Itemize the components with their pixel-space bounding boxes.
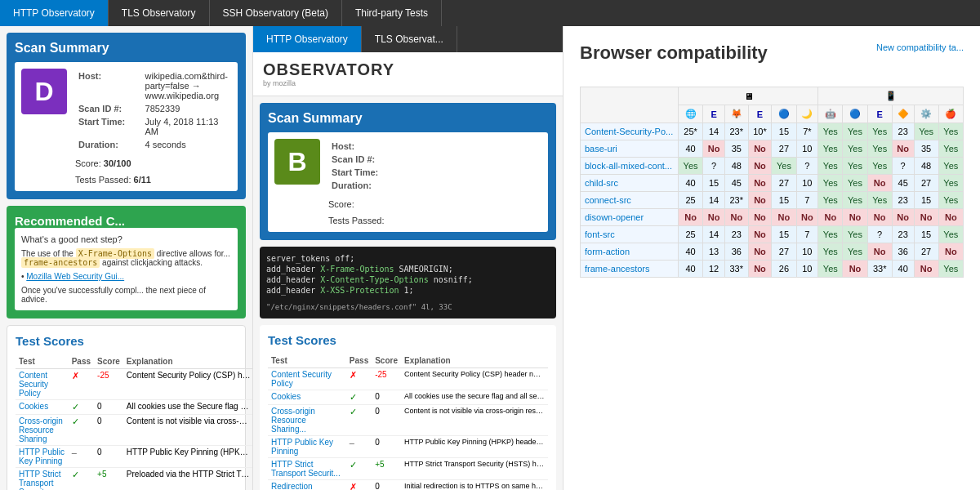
test-name[interactable]: Cookies <box>268 390 346 405</box>
compat-cell: 10 <box>796 175 818 192</box>
compat-cell: No <box>867 243 892 261</box>
desktop-icon: 🖥 <box>744 91 753 101</box>
test-name[interactable]: Content Security Policy <box>268 368 346 390</box>
browser-chrome-m: 🔵 <box>843 105 867 123</box>
feature-label[interactable]: disown-opener <box>581 209 679 226</box>
test-pass: ✓ <box>346 405 372 436</box>
compat-cell: 15 <box>772 226 796 243</box>
test-name[interactable]: HTTP Strict Transport Securit... <box>268 458 346 480</box>
compat-cell: Yes <box>818 243 843 261</box>
mid-col-score: Score <box>372 354 401 368</box>
test-name[interactable]: HTTP Strict Transport Security <box>16 468 69 491</box>
test-explanation: Preloaded via the HTTP Strict Transport … <box>123 468 253 491</box>
security-guide-link[interactable]: Mozilla Web Security Gui... <box>26 272 124 281</box>
mid-tests-row: Tests Passed: <box>328 216 541 225</box>
compat-row: block-all-mixed-cont...Yes?48NoYes?YesYe… <box>581 158 964 175</box>
mid-test-scores: Test Scores Test Pass Score Explanation … <box>260 325 556 490</box>
test-pass: ✗ <box>346 480 372 491</box>
compat-cell: No <box>748 192 772 209</box>
test-explanation: Content Security Policy (CSP) header not… <box>123 369 253 400</box>
right-panel: Browser compatibility New compatibility … <box>564 26 980 490</box>
mid-host-value <box>397 140 540 152</box>
mid-scanid-label: Scan ID #: <box>330 154 395 165</box>
compat-cell: 7* <box>796 123 818 140</box>
compat-cell: Yes <box>843 175 867 192</box>
compat-cell: 10 <box>796 261 818 278</box>
recommended-title: Recommended C... <box>15 214 238 228</box>
tab-ssh-observatory[interactable]: SSH Observatory (Beta) <box>210 0 342 26</box>
table-row: Cross-origin Resource Sharing... ✓ 0 Con… <box>268 405 548 436</box>
test-score: +5 <box>94 468 123 491</box>
browser-opera: 🔵 <box>772 105 796 123</box>
test-name[interactable]: Cookies <box>16 400 69 415</box>
feature-label[interactable]: frame-ancestors <box>581 261 679 278</box>
recommended-card: Recommended C... What's a good next step… <box>7 206 246 318</box>
term-file: "/etc/nginx/snippets/headers.conf" 4l, 3… <box>266 302 550 312</box>
browser-safari: 🌙 <box>796 105 818 123</box>
feature-label[interactable]: connect-src <box>581 192 679 209</box>
test-name[interactable]: Cross-origin Resource Sharing... <box>268 405 346 436</box>
compat-cell: 7 <box>796 226 818 243</box>
compat-cell: 27 <box>772 140 796 158</box>
test-name[interactable]: Cross-origin Resource Sharing <box>16 415 69 446</box>
mid-scan-title: Scan Summary <box>268 111 548 126</box>
compat-cell: No <box>892 209 914 226</box>
observatory-subtitle: by mozilla <box>263 79 394 87</box>
test-explanation: Initial redirection is to HTTPS on same … <box>401 480 548 491</box>
feature-header <box>581 87 679 123</box>
left-panel: Scan Summary D Host: wikipedia.com&third… <box>0 26 253 490</box>
test-name[interactable]: HTTP Public Key Pinning <box>16 446 69 468</box>
compat-cell: No <box>938 243 963 261</box>
duration-label: Duration: <box>77 139 142 150</box>
compat-cell: No <box>748 243 772 261</box>
test-name[interactable]: Redirection <box>268 480 346 491</box>
recommended-link[interactable]: • Mozilla Web Security Gui... <box>21 272 231 281</box>
compat-cell: No <box>914 209 938 226</box>
feature-label[interactable]: form-action <box>581 243 679 261</box>
compat-cell: No <box>938 209 963 226</box>
test-scores-table: Test Pass Score Explanation Content Secu… <box>16 354 253 490</box>
term-highlight-1: X-Frame-Options <box>320 265 394 274</box>
tab-http-observatory[interactable]: HTTP Observatory <box>0 0 109 26</box>
scan-summary-card: Scan Summary D Host: wikipedia.com&third… <box>7 33 246 199</box>
test-pass: ✗ <box>346 368 372 390</box>
browser-edge: E <box>703 105 725 123</box>
compat-subtitle[interactable]: New compatibility ta... <box>876 42 964 52</box>
test-pass: ✓ <box>346 390 372 405</box>
browser-chrome: 🌐 <box>679 105 703 123</box>
mid-test-title: Test Scores <box>268 333 548 347</box>
compat-table: 🖥 📱 🌐 E 🦊 E 🔵 🌙 🤖 🔵 E 🔶 <box>580 87 964 278</box>
mid-starttime-label: Start Time: <box>330 167 395 178</box>
test-name[interactable]: Content Security Policy <box>16 369 69 400</box>
test-pass: ✓ <box>69 415 94 446</box>
middle-tab-http[interactable]: HTTP Observatory <box>253 26 362 52</box>
tab-third-party[interactable]: Third-party Tests <box>342 0 442 26</box>
compat-cell: No <box>748 175 772 192</box>
col-explanation: Explanation <box>123 354 253 369</box>
table-row: Cookies ✓ 0 All cookies use the Secure f… <box>16 400 253 415</box>
test-score: 0 <box>94 446 123 468</box>
browser-firefox-m: 🔶 <box>892 105 914 123</box>
test-explanation: Content Security Policy (CSP) header not… <box>401 368 548 390</box>
feature-label[interactable]: child-src <box>581 175 679 192</box>
feature-label[interactable]: Content-Security-Po... <box>581 123 679 140</box>
compat-cell: 40 <box>679 243 703 261</box>
feature-label[interactable]: font-src <box>581 226 679 243</box>
compat-cell: 10 <box>796 243 818 261</box>
compat-cell: 36 <box>892 243 914 261</box>
feature-label[interactable]: block-all-mixed-cont... <box>581 158 679 175</box>
mid-host-label: Host: <box>330 140 395 152</box>
compat-cell: 15 <box>914 226 938 243</box>
compat-cell: 45 <box>724 175 748 192</box>
test-score: -25 <box>372 368 401 390</box>
desktop-header: 🖥 <box>679 87 818 105</box>
test-score: 0 <box>372 405 401 436</box>
test-score: 0 <box>372 480 401 491</box>
compat-cell: 27 <box>772 175 796 192</box>
test-name[interactable]: HTTP Public Key Pinning <box>268 436 346 458</box>
feature-label[interactable]: base-uri <box>581 140 679 158</box>
tab-tls-observatory[interactable]: TLS Observatory <box>109 0 210 26</box>
middle-tab-tls[interactable]: TLS Observat... <box>362 26 457 52</box>
compat-cell: 10 <box>796 140 818 158</box>
compat-cell: 12 <box>703 261 725 278</box>
